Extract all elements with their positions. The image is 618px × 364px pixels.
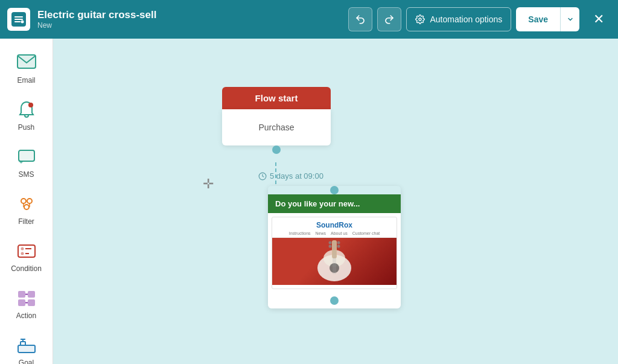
sidebar-item-email[interactable]: Email bbox=[2, 45, 51, 92]
undo-button[interactable] bbox=[348, 7, 372, 31]
svg-point-2 bbox=[419, 18, 421, 21]
svg-rect-19 bbox=[28, 291, 35, 298]
move-cursor-indicator: ✛ bbox=[203, 176, 214, 192]
close-button[interactable]: ✕ bbox=[587, 7, 611, 31]
sidebar-push-label: Push bbox=[18, 123, 34, 132]
svg-point-15 bbox=[21, 252, 24, 255]
email-node-header: Do you like your new... bbox=[268, 194, 401, 213]
condition-icon bbox=[16, 240, 37, 262]
sidebar-goal-label: Goal bbox=[19, 359, 34, 364]
flow-start-node[interactable]: Flow start Purchase bbox=[222, 87, 331, 154]
svg-rect-3 bbox=[18, 55, 36, 68]
svg-point-40 bbox=[337, 241, 340, 244]
svg-point-39 bbox=[329, 241, 332, 244]
email-preview-inner: SoundRox Instructions News About us Cust… bbox=[272, 217, 397, 289]
delay-label: 5 days at 09:00 bbox=[258, 171, 323, 180]
sidebar-action-label: Action bbox=[16, 311, 36, 320]
sidebar-item-push[interactable]: Push bbox=[2, 92, 51, 139]
app-header: Electric guitar cross-sell New Automatio… bbox=[0, 0, 618, 39]
sidebar-item-action[interactable]: Action bbox=[2, 280, 51, 327]
redo-button[interactable] bbox=[377, 7, 401, 31]
app-subtitle: New bbox=[37, 21, 341, 30]
main-layout: Email Push SMS bbox=[0, 39, 618, 364]
email-node-bottom-dot bbox=[330, 296, 339, 305]
svg-rect-18 bbox=[18, 291, 25, 298]
app-logo bbox=[7, 8, 30, 31]
email-icon bbox=[16, 52, 37, 74]
email-preview-nav: Instructions News About us Customer chat bbox=[272, 231, 397, 238]
save-dropdown-button[interactable] bbox=[560, 7, 579, 31]
sidebar: Email Push SMS bbox=[0, 39, 53, 364]
gear-icon bbox=[415, 14, 425, 24]
header-actions: Automation options Save ✕ bbox=[348, 7, 611, 31]
sidebar-item-sms[interactable]: SMS bbox=[2, 139, 51, 186]
svg-rect-21 bbox=[28, 299, 35, 306]
svg-point-5 bbox=[28, 103, 33, 107]
flow-start-header: Flow start bbox=[222, 87, 331, 109]
email-preview-image bbox=[272, 238, 397, 285]
clock-icon bbox=[258, 172, 267, 180]
app-title-group: Electric guitar cross-sell New bbox=[37, 9, 341, 30]
action-icon bbox=[16, 287, 37, 309]
goal-icon bbox=[16, 334, 37, 356]
sidebar-sms-label: SMS bbox=[18, 170, 34, 179]
email-node-preview: SoundRox Instructions News About us Cust… bbox=[268, 213, 401, 293]
svg-point-9 bbox=[27, 199, 32, 203]
svg-rect-13 bbox=[18, 245, 35, 257]
flow-start-body: Purchase bbox=[222, 109, 331, 145]
push-icon bbox=[16, 99, 37, 121]
svg-rect-7 bbox=[19, 150, 34, 161]
svg-rect-26 bbox=[21, 342, 25, 345]
chevron-down-icon bbox=[567, 16, 573, 22]
sms-icon bbox=[16, 146, 37, 168]
svg-rect-25 bbox=[18, 345, 35, 353]
sidebar-filter-label: Filter bbox=[18, 217, 34, 226]
sidebar-item-goal[interactable]: Goal bbox=[2, 327, 51, 364]
sidebar-email-label: Email bbox=[17, 76, 35, 85]
flow-start-trigger: Purchase bbox=[258, 123, 294, 132]
sidebar-condition-label: Condition bbox=[11, 264, 42, 273]
svg-point-8 bbox=[21, 199, 26, 203]
automation-canvas[interactable]: ✛ Flow start Purchase 5 days at 09:00 bbox=[53, 39, 618, 364]
app-name: Electric guitar cross-sell bbox=[37, 9, 341, 21]
svg-point-41 bbox=[329, 245, 332, 248]
automation-options-button[interactable]: Automation options bbox=[406, 7, 511, 31]
automation-options-label: Automation options bbox=[430, 14, 502, 24]
sidebar-item-condition[interactable]: Condition bbox=[2, 233, 51, 280]
svg-point-14 bbox=[21, 247, 24, 251]
guitar-illustration bbox=[301, 238, 368, 285]
email-node[interactable]: Do you like your new... SoundRox Instruc… bbox=[268, 186, 401, 308]
flow-start-bottom-dot bbox=[272, 145, 281, 154]
svg-point-10 bbox=[24, 205, 29, 209]
save-button[interactable]: Save bbox=[516, 7, 560, 31]
save-group: Save bbox=[516, 7, 579, 31]
email-preview-brand: SoundRox bbox=[272, 217, 397, 231]
sidebar-item-filter[interactable]: Filter bbox=[2, 186, 51, 233]
filter-icon bbox=[16, 193, 37, 215]
email-node-top-dot bbox=[330, 186, 339, 194]
svg-point-42 bbox=[337, 245, 340, 248]
delay-text: 5 days at 09:00 bbox=[270, 171, 323, 180]
svg-rect-20 bbox=[18, 299, 25, 306]
svg-point-1 bbox=[21, 21, 24, 24]
